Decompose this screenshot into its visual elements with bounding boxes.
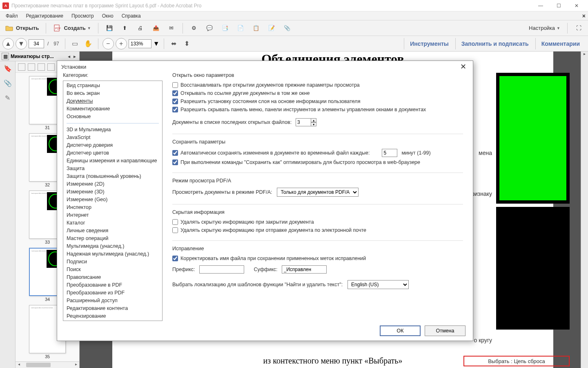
close-button[interactable]: ✕ xyxy=(568,0,586,11)
hidden-close-checkbox[interactable] xyxy=(172,219,178,225)
adjust-checkbox[interactable] xyxy=(172,256,178,261)
category-item[interactable]: Вид страницы xyxy=(63,82,162,90)
pdfa-select[interactable]: Только для документов PDF/A xyxy=(277,188,359,197)
signature-icon[interactable]: ✎ xyxy=(3,93,12,102)
category-item[interactable]: Инспектор xyxy=(63,204,162,211)
dialog-close-button[interactable]: ✕ xyxy=(458,62,469,71)
tool-a[interactable]: 📑 xyxy=(218,22,232,34)
menu-window[interactable]: Окно xyxy=(98,11,118,20)
ok-button[interactable]: ОК xyxy=(380,325,421,336)
share-button[interactable]: 📤 xyxy=(149,22,163,34)
locale-select[interactable]: English (US) xyxy=(347,280,409,289)
thumb-tool[interactable] xyxy=(28,63,35,71)
right-collapse-strip[interactable]: ▸ xyxy=(581,52,588,368)
menu-edit[interactable]: Редактирование xyxy=(22,11,67,20)
create-button[interactable]: PDF Создать ▼ xyxy=(50,22,94,34)
category-item[interactable]: Поиск xyxy=(63,266,162,274)
category-item[interactable]: Основные xyxy=(63,113,162,121)
category-item[interactable]: Мастер операций xyxy=(63,235,162,242)
mail-button[interactable]: ✉ xyxy=(165,22,178,34)
samewin-checkbox[interactable] xyxy=(172,90,178,96)
category-item[interactable]: Расширенный доступ xyxy=(63,297,162,305)
recent-spinner[interactable]: ▲▼ xyxy=(311,118,316,126)
category-item[interactable]: Рецензирование xyxy=(63,312,162,320)
menu-view[interactable]: Просмотр xyxy=(67,11,98,20)
category-item[interactable]: 3D и Мультимедиа xyxy=(63,126,162,134)
layer-checkbox[interactable] xyxy=(172,99,178,104)
category-item[interactable]: Редактирование контента xyxy=(63,305,162,312)
autosave-input[interactable] xyxy=(382,149,397,157)
category-item[interactable]: Диспетчер доверия xyxy=(63,141,162,149)
category-item[interactable]: Службы Adobe Online xyxy=(63,320,162,321)
tab-fillsign[interactable]: Заполнить и подписать xyxy=(455,38,535,49)
thumb-hscroll[interactable]: ◂▸ xyxy=(16,361,80,368)
print-button[interactable]: 🖨 xyxy=(134,22,147,34)
category-item[interactable]: Преобразование из PDF xyxy=(63,289,162,297)
category-item[interactable]: Измерение (Geo) xyxy=(63,196,162,204)
hidden-mail-checkbox[interactable] xyxy=(172,227,178,233)
doc-close-icon[interactable]: × xyxy=(582,13,586,19)
customize-button[interactable]: Настройка ▼ xyxy=(526,22,563,34)
tool-b[interactable]: 📄 xyxy=(234,22,247,34)
page-up-button[interactable]: ▲ xyxy=(2,38,14,49)
category-item[interactable]: Комментирование xyxy=(63,105,162,113)
zoom-input[interactable] xyxy=(129,39,151,48)
category-item[interactable]: Личные сведения xyxy=(63,227,162,235)
category-item[interactable]: Защита (повышенный уровень) xyxy=(63,173,162,180)
category-item[interactable]: Измерение (3D) xyxy=(63,188,162,196)
category-item[interactable]: Мультимедиа (унаслед.) xyxy=(63,242,162,250)
fit-page-button[interactable]: ⬍ xyxy=(181,38,193,49)
hand-tool[interactable]: ✋ xyxy=(82,38,94,49)
thumb-tool[interactable] xyxy=(38,63,45,71)
category-item[interactable]: Подписи xyxy=(63,258,162,266)
category-item[interactable]: Во весь экран xyxy=(63,90,162,97)
category-item[interactable]: Диспетчер цветов xyxy=(63,149,162,157)
restore-checkbox[interactable] xyxy=(172,82,178,88)
category-item[interactable]: Надежная мультимедиа (унаслед.) xyxy=(63,250,162,258)
minimize-button[interactable]: — xyxy=(532,0,550,11)
export-button[interactable]: ⬆ xyxy=(118,22,132,34)
categories-list[interactable]: Вид страницыВо весь экранДокументыКоммен… xyxy=(63,81,163,321)
menu-file[interactable]: Файл xyxy=(2,11,22,20)
attachment-icon[interactable]: 📎 xyxy=(3,79,12,88)
zoom-in-button[interactable]: + xyxy=(116,38,127,49)
optimize-checkbox[interactable] xyxy=(172,159,178,165)
zoom-out-button[interactable]: − xyxy=(102,38,114,49)
tool-d[interactable]: 📝 xyxy=(265,22,278,34)
expand-button[interactable]: ⛶ xyxy=(572,22,586,34)
gear-button[interactable]: ⚙ xyxy=(187,22,201,34)
category-item[interactable]: JavaScript xyxy=(63,134,162,141)
thumb-tool[interactable] xyxy=(47,63,55,71)
prefix-input[interactable] xyxy=(199,265,244,274)
tool-c[interactable]: 📋 xyxy=(249,22,263,34)
category-item[interactable]: Документы xyxy=(63,97,162,105)
hideui-checkbox[interactable] xyxy=(172,107,178,112)
menu-help[interactable]: Справка xyxy=(118,11,145,20)
select-tool[interactable]: ▭ xyxy=(69,38,81,49)
category-item[interactable]: Преобразование в PDF xyxy=(63,281,162,289)
category-item[interactable]: Защита xyxy=(63,165,162,173)
tab-tools[interactable]: Инструменты xyxy=(404,38,454,49)
bookmark-icon[interactable]: 🔖 xyxy=(3,64,12,73)
recent-input[interactable] xyxy=(296,118,311,126)
tab-comments[interactable]: Комментарии xyxy=(535,38,586,49)
autosave-checkbox[interactable] xyxy=(172,150,178,156)
thumb-tool[interactable] xyxy=(18,63,25,71)
page-number-input[interactable] xyxy=(29,39,44,48)
collapse-left-icon[interactable]: ◂ xyxy=(66,54,72,59)
cancel-button[interactable]: Отмена xyxy=(425,325,466,336)
maximize-button[interactable]: ☐ xyxy=(550,0,568,11)
page-down-button[interactable]: ▼ xyxy=(16,38,27,49)
comment-button[interactable]: 💬 xyxy=(203,22,216,34)
tool-e[interactable]: 📎 xyxy=(280,22,294,34)
fit-width-button[interactable]: ⬌ xyxy=(168,38,180,49)
suffix-input[interactable] xyxy=(282,265,327,274)
save-button[interactable]: 💾 xyxy=(102,22,116,34)
chevron-down-icon[interactable]: ▼ xyxy=(153,40,160,47)
category-item[interactable]: Измерение (2D) xyxy=(63,180,162,188)
open-button[interactable]: Открыть xyxy=(2,22,42,34)
category-item[interactable]: Единицы измерения и направляющие xyxy=(63,157,162,165)
collapse-right-icon[interactable]: ▸ xyxy=(72,54,78,59)
category-item[interactable]: Правописание xyxy=(63,274,162,281)
category-item[interactable]: Интернет xyxy=(63,211,162,219)
